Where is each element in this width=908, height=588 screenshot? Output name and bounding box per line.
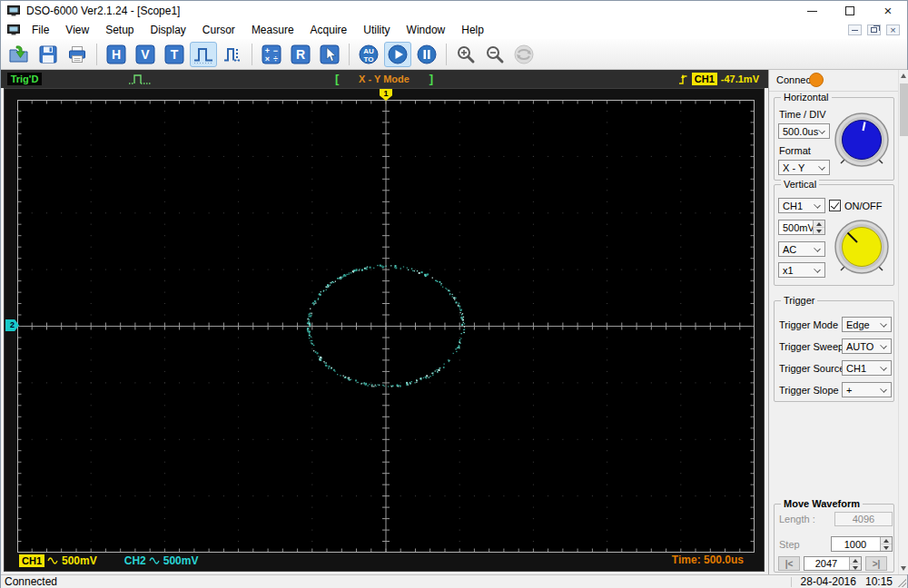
- toolbar-zoom-in-button[interactable]: [452, 42, 479, 67]
- scrollbar-thumb[interactable]: [900, 83, 908, 136]
- time-div-label: Time / DIV: [779, 109, 826, 120]
- menu-display[interactable]: Display: [143, 22, 194, 38]
- trigger-slope-value: +: [846, 385, 852, 396]
- spin-down-icon[interactable]: [814, 228, 824, 234]
- pulse-waveform-icon: [128, 72, 153, 86]
- toolbar-pause-button[interactable]: [413, 42, 440, 67]
- trigger-mode-dropdown[interactable]: Edge: [842, 317, 892, 332]
- trigger-sweep-dropdown[interactable]: AUTO: [842, 338, 892, 354]
- menu-measure[interactable]: Measure: [243, 22, 302, 38]
- probe-dropdown[interactable]: x1: [778, 262, 825, 278]
- horizontal-group: Horizontal Time / DIV 500.0us Format X -…: [774, 97, 894, 181]
- position-spinner[interactable]: 2047: [804, 556, 862, 571]
- menu-file[interactable]: File: [24, 22, 57, 38]
- trigger-mode-label: Trigger Mode: [779, 319, 838, 330]
- child-close-button[interactable]: ×: [886, 24, 900, 35]
- toolbar-open-file-button[interactable]: [5, 42, 33, 67]
- menu-help[interactable]: Help: [453, 22, 492, 38]
- spin-up-icon[interactable]: [850, 557, 861, 564]
- spin-up-icon[interactable]: [881, 537, 892, 544]
- resize-grip[interactable]: [896, 577, 906, 587]
- go-last-button[interactable]: >|: [865, 556, 887, 571]
- control-panel: Connect: Horizontal Time / DIV 500.0us F…: [768, 70, 908, 574]
- window-title: DSO-6000 Ver2.1.24 - [Scope1]: [26, 5, 180, 17]
- spin-up-icon[interactable]: [814, 220, 824, 228]
- graticule-svg: [17, 100, 755, 553]
- time-div-knob[interactable]: [831, 107, 893, 172]
- menu-utility[interactable]: Utility: [355, 22, 398, 38]
- scope-display[interactable]: 1 2 CH1 500mV CH2 500mV Time: 500.0us: [4, 88, 765, 572]
- menu-view[interactable]: View: [57, 22, 97, 38]
- toolbar-trigger-setup-button[interactable]: T: [161, 42, 188, 67]
- trigger-channel-badge: CH1: [692, 73, 717, 85]
- trigger-slope-label: Trigger Slope: [779, 385, 839, 396]
- ch2-badge: CH2: [124, 554, 146, 567]
- menu-setup[interactable]: Setup: [97, 22, 142, 38]
- toolbar-refresh-button[interactable]: R: [287, 42, 314, 67]
- chevron-down-icon: [880, 364, 887, 371]
- toolbar-horizontal-setup-button[interactable]: H: [103, 42, 130, 67]
- trigger-source-label: Trigger Source: [779, 363, 844, 374]
- toolbar-print-button[interactable]: [64, 42, 91, 67]
- trigger-group-title: Trigger: [781, 295, 817, 306]
- svg-text:÷: ÷: [273, 54, 278, 64]
- step-spinner[interactable]: 1000: [831, 536, 893, 552]
- length-field: 4096: [834, 512, 893, 526]
- status-date: 28-04-2016: [801, 575, 856, 588]
- panel-scrollbar[interactable]: [898, 70, 908, 574]
- toolbar-single-waveform-button[interactable]: [190, 42, 217, 67]
- toolbar-cursor-select-button[interactable]: [316, 42, 343, 67]
- probe-value: x1: [783, 265, 794, 276]
- toolbar: HVT+−×÷RAUTO: [1, 39, 907, 70]
- coupling-dropdown[interactable]: AC: [778, 241, 825, 257]
- time-div-value: 500.0us: [783, 126, 818, 137]
- svg-text:AU: AU: [363, 46, 374, 54]
- menu-cursor[interactable]: Cursor: [194, 22, 243, 38]
- chevron-down-icon: [814, 266, 821, 273]
- scroll-up-icon[interactable]: [899, 70, 908, 82]
- child-restore-button[interactable]: [867, 24, 881, 35]
- toolbar-continuous-waveform-button[interactable]: [219, 42, 246, 67]
- application-window: DSO-6000 Ver2.1.24 - [Scope1] × FileView…: [0, 0, 908, 588]
- toolbar-auto-set-button[interactable]: AUTO: [355, 42, 382, 67]
- mode-label: X - Y Mode: [359, 74, 410, 84]
- ch1-scale: 500mV: [62, 554, 97, 567]
- status-time: 10:15: [865, 575, 893, 588]
- spinner-arrows: [813, 220, 824, 234]
- toolbar-save-file-button[interactable]: [35, 42, 62, 67]
- app-icon: [7, 5, 20, 16]
- menu-acquire[interactable]: Acquire: [302, 22, 356, 38]
- format-dropdown[interactable]: X - Y: [778, 160, 830, 175]
- time-div-dropdown[interactable]: 500.0us: [778, 123, 830, 139]
- channel-value: CH1: [783, 201, 803, 211]
- go-first-button[interactable]: |<: [778, 556, 800, 571]
- ch1-badge: CH1: [19, 554, 44, 567]
- scroll-down-icon[interactable]: [899, 563, 908, 574]
- chevron-down-icon: [880, 386, 887, 393]
- scale-spinner[interactable]: 500mV: [778, 220, 825, 235]
- maximize-button[interactable]: [831, 1, 869, 21]
- channel-dropdown[interactable]: CH1: [778, 198, 825, 213]
- spinner-arrows: [880, 537, 892, 551]
- toolbar-math-functions-button[interactable]: +−×÷: [258, 42, 285, 67]
- toolbar-run-button[interactable]: [384, 42, 411, 67]
- spin-down-icon[interactable]: [850, 564, 861, 571]
- vertical-scale-knob[interactable]: [831, 214, 893, 279]
- toolbar-zoom-out-button[interactable]: [481, 42, 508, 67]
- toolbar-separator: [96, 44, 97, 65]
- svg-text:H: H: [112, 47, 121, 62]
- trigger-source-dropdown[interactable]: CH1: [842, 360, 892, 376]
- svg-text:R: R: [296, 47, 305, 62]
- trigger-slope-dropdown[interactable]: +: [842, 382, 892, 397]
- toolbar-vertical-setup-button[interactable]: V: [132, 42, 159, 67]
- trigger-status-strip: Trig'D [ X - Y Mode ] CH1 -47.1mV: [1, 70, 768, 88]
- spinner-arrows: [849, 557, 861, 570]
- connect-indicator[interactable]: [809, 73, 824, 87]
- spin-down-icon[interactable]: [881, 544, 892, 551]
- chevron-down-icon: [880, 342, 887, 349]
- close-button[interactable]: ×: [869, 1, 907, 21]
- onoff-checkbox[interactable]: [829, 200, 841, 211]
- child-minimize-button[interactable]: [848, 24, 862, 35]
- minimize-button[interactable]: [793, 1, 831, 21]
- menu-window[interactable]: Window: [399, 22, 454, 38]
